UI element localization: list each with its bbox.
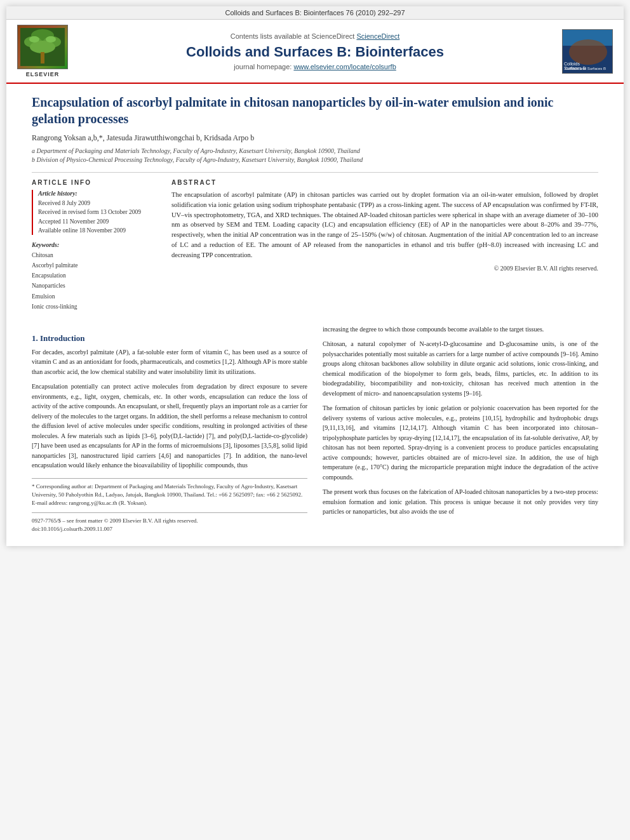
keyword-ascorbyl: Ascorbyl palmitate <box>32 260 159 270</box>
elsevier-tree-logo <box>17 25 68 69</box>
keyword-chitosan: Chitosan <box>32 250 159 260</box>
info-abstract-columns: ARTICLE INFO Article history: Received 8… <box>32 179 598 312</box>
intro-section-title: 1. Introduction <box>32 333 307 343</box>
journal-name: Colloids and Surfaces B: Biointerfaces <box>186 44 444 60</box>
copyright-text: © 2009 Elsevier B.V. All rights reserved… <box>171 265 598 272</box>
elsevier-label: ELSEVIER <box>26 71 60 77</box>
article-content: Encapsulation of ascorbyl palmitate in c… <box>6 84 624 324</box>
accepted-date: Accepted 11 November 2009 <box>38 217 159 226</box>
homepage-link[interactable]: www.elsevier.com/locate/colsurfb <box>293 63 396 70</box>
journal-citation: Colloids and Surfaces B: Biointerfaces 7… <box>6 6 624 20</box>
svg-rect-5 <box>41 52 44 63</box>
elsevier-logo-area: ELSEVIER <box>14 25 71 77</box>
science-direct-text: Contents lists available at ScienceDirec… <box>231 32 400 40</box>
authors: Rangrong Yoksan a,b,*, Jatesuda Jirawutt… <box>32 133 598 143</box>
article-info-column: ARTICLE INFO Article history: Received 8… <box>32 179 159 312</box>
affiliations: a Department of Packaging and Materials … <box>32 147 598 164</box>
journal-cover-svg: Colloids and Surfaces B <box>563 30 613 74</box>
body-right-column: increasing the degree to which those com… <box>323 324 598 533</box>
journal-homepage: journal homepage: www.elsevier.com/locat… <box>234 63 396 70</box>
history-label: Article history: <box>38 190 159 197</box>
abstract-text: The encapsulation of ascorbyl palmitate … <box>171 190 598 260</box>
abstract-label: ABSTRACT <box>171 179 598 186</box>
available-date: Available online 18 November 2009 <box>38 226 159 235</box>
page: Colloids and Surfaces B: Biointerfaces 7… <box>6 6 624 546</box>
article-history-box: Article history: Received 8 July 2009 Re… <box>32 190 159 235</box>
right-para1: increasing the degree to which those com… <box>323 324 598 335</box>
revised-date: Received in revised form 13 October 2009 <box>38 208 159 217</box>
intro-para1: For decades, ascorbyl palmitate (AP), a … <box>32 347 307 377</box>
citation-text: Colloids and Surfaces B: Biointerfaces 7… <box>225 9 405 17</box>
abstract-column: ABSTRACT The encapsulation of ascorbyl p… <box>171 179 598 312</box>
body-left-column: 1. Introduction For decades, ascorbyl pa… <box>32 324 307 533</box>
elsevier-logo-svg <box>20 28 65 66</box>
intro-para2: Encapsulation potentially can protect ac… <box>32 382 307 470</box>
footnote-star: * Corresponding author at: Department of… <box>32 483 307 499</box>
keyword-ionic: Ionic cross-linking <box>32 302 159 312</box>
divider <box>32 172 598 173</box>
journal-header: ELSEVIER Contents lists available at Sci… <box>6 20 624 84</box>
article-title: Encapsulation of ascorbyl palmitate in c… <box>32 94 598 127</box>
keywords-list: Chitosan Ascorbyl palmitate Encapsulatio… <box>32 250 159 312</box>
footnote-email: E-mail address: rangrong.y@ku.ac.th (R. … <box>32 499 307 507</box>
footer-area: 0927-7765/$ – see front matter © 2009 El… <box>32 512 307 533</box>
keyword-emulsion: Emulsion <box>32 291 159 302</box>
journal-logo-right: Colloids and Surfaces B <box>559 25 616 77</box>
svg-point-10 <box>569 39 607 65</box>
footnote-area: * Corresponding author at: Department of… <box>32 478 307 507</box>
svg-text:Colloids and Surfaces B: Colloids and Surfaces B <box>565 67 606 70</box>
svg-point-7 <box>46 36 56 43</box>
body-content: 1. Introduction For decades, ascorbyl pa… <box>6 324 624 546</box>
journal-title-area: Contents lists available at ScienceDirec… <box>77 25 553 77</box>
received-date: Received 8 July 2009 <box>38 199 159 208</box>
svg-point-4 <box>30 41 55 53</box>
science-direct-link[interactable]: ScienceDirect <box>356 32 399 40</box>
footer-issn: 0927-7765/$ – see front matter © 2009 El… <box>32 517 307 525</box>
keyword-nanoparticles: Nanoparticles <box>32 281 159 291</box>
right-para2: Chitosan, a natural copolymer of N-acety… <box>323 339 598 398</box>
svg-point-6 <box>29 36 39 43</box>
journal-logo-image: Colloids and Surfaces B <box>562 29 613 74</box>
keywords-label: Keywords: <box>32 241 159 248</box>
footer-doi: doi:10.1016/j.colsurfb.2009.11.007 <box>32 525 307 533</box>
right-para4: The present work thus focuses on the fab… <box>323 487 598 517</box>
right-para3: The formation of chitosan particles by i… <box>323 403 598 482</box>
keyword-encapsulation: Encapsulation <box>32 270 159 281</box>
article-info-label: ARTICLE INFO <box>32 179 159 186</box>
